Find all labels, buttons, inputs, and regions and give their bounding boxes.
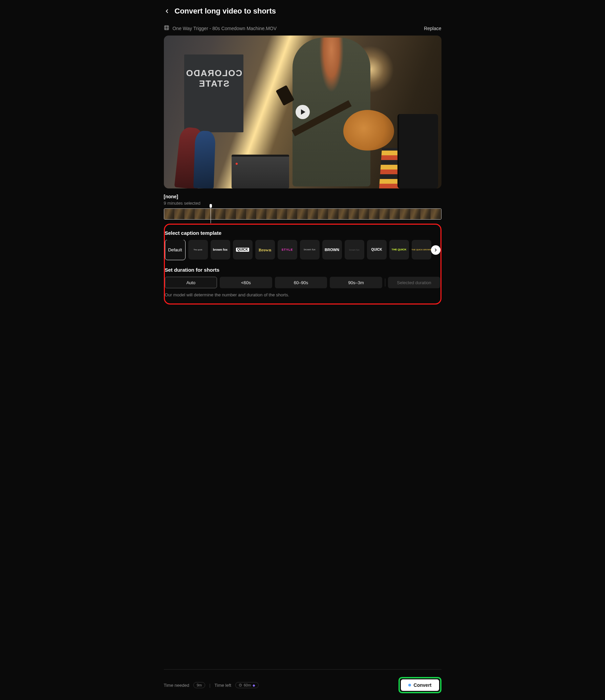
play-icon xyxy=(301,109,305,115)
guitar-main xyxy=(306,100,394,154)
gem-icon: ◆ xyxy=(253,683,255,687)
caption-section-title: Select caption template xyxy=(165,230,440,236)
time-needed-pill: 9m xyxy=(193,682,205,688)
convert-button[interactable]: Convert xyxy=(401,679,439,691)
duration-section-title: Set duration for shorts xyxy=(165,267,440,273)
time-left-label: Time left xyxy=(215,683,231,688)
template-t3[interactable]: QUICK xyxy=(233,240,253,259)
template-label: Default xyxy=(168,248,182,252)
film-icon xyxy=(164,25,169,31)
filename: One Way Trigger - 80s Comedown Machine.M… xyxy=(173,26,277,31)
template-label: The quick xyxy=(193,249,202,251)
video-preview[interactable]: COLORADO STATE xyxy=(164,36,441,188)
playhead[interactable] xyxy=(210,204,212,223)
duration-auto[interactable]: Auto xyxy=(165,277,217,288)
template-t11[interactable]: THE QUICK BROWN xyxy=(412,240,431,259)
templates-scroll-right[interactable] xyxy=(431,245,440,255)
status-dot-icon xyxy=(408,684,411,686)
template-label: QUICK xyxy=(236,248,249,252)
template-t9[interactable]: QUICK xyxy=(367,240,387,259)
svg-rect-0 xyxy=(165,26,169,30)
template-label: brown fox xyxy=(304,248,316,251)
play-button[interactable] xyxy=(296,105,310,119)
duration-selected[interactable]: Selected duration xyxy=(388,277,440,288)
footer-separator: | xyxy=(209,683,210,688)
back-button[interactable] xyxy=(164,8,170,14)
template-label: THE QUICK BROWN xyxy=(412,249,431,251)
template-t6[interactable]: brown fox xyxy=(300,240,320,259)
guitar-blue xyxy=(193,131,216,188)
template-default[interactable]: Default xyxy=(165,240,186,260)
guitar-case xyxy=(397,114,438,188)
page-title: Convert long video to shorts xyxy=(175,7,276,16)
duration-lt60[interactable]: <60s xyxy=(220,277,272,288)
convert-label: Convert xyxy=(414,682,432,688)
duration-60-90[interactable]: 60–90s xyxy=(275,277,327,288)
template-label: BROWN xyxy=(325,248,339,252)
time-left-value: 60m xyxy=(244,683,251,687)
template-t2[interactable]: brown fox xyxy=(211,240,230,259)
template-t1[interactable]: The quick xyxy=(188,240,208,259)
template-t7[interactable]: BROWN xyxy=(322,240,342,259)
template-label: THE QUICK xyxy=(392,248,407,251)
poster-text: COLORADO STATE xyxy=(184,54,243,132)
selection-minutes: 9 minutes selected xyxy=(164,201,441,206)
template-row: DefaultThe quickbrown foxQUICKBrownSTYLE… xyxy=(165,240,440,260)
duration-hint: Our model will determine the number and … xyxy=(165,292,440,297)
time-needed-label: Time needed xyxy=(164,683,189,688)
template-label: brown fox xyxy=(213,248,228,251)
template-t5[interactable]: STYLE xyxy=(278,240,297,259)
duration-separator xyxy=(385,278,385,287)
replace-button[interactable]: Replace xyxy=(424,26,441,31)
template-label: brown fox xyxy=(349,249,359,251)
template-label: QUICK xyxy=(371,248,382,251)
timeline[interactable] xyxy=(164,208,441,220)
template-t4[interactable]: Brown xyxy=(255,240,275,259)
template-label: STYLE xyxy=(281,248,293,251)
template-label: Brown xyxy=(259,248,271,252)
amplifier xyxy=(232,155,289,188)
template-t10[interactable]: THE QUICK xyxy=(389,240,409,259)
duration-90-3m[interactable]: 90s–3m xyxy=(330,277,382,288)
selection-label: [none] xyxy=(164,194,441,199)
template-t8[interactable]: brown fox xyxy=(345,240,364,259)
time-left-pill: 60m ◆ xyxy=(235,682,259,688)
